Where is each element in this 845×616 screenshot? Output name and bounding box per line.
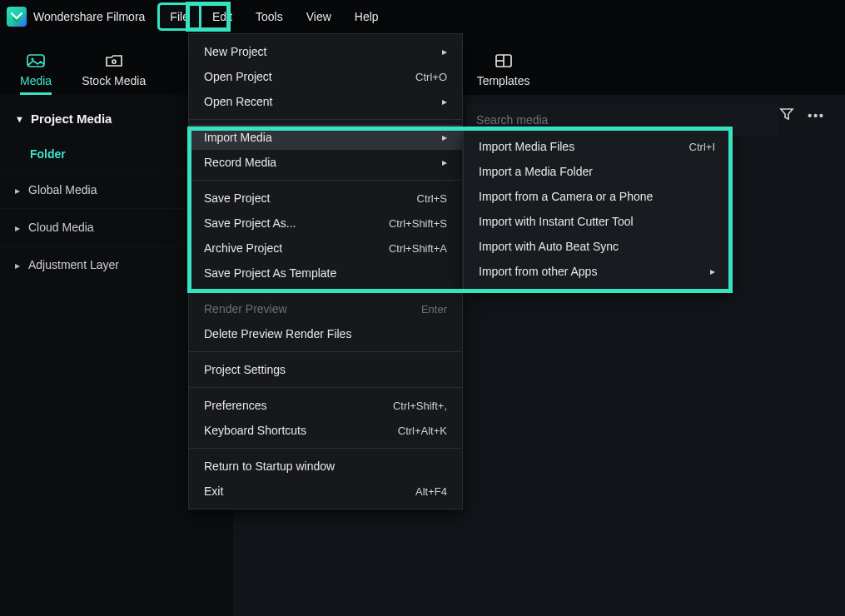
menu-item-label: Exit [204, 484, 223, 498]
menu-edit[interactable]: Edit [202, 5, 242, 28]
menu-item-save-project-as[interactable]: Save Project As...Ctrl+Shift+S [189, 211, 462, 236]
menu-item-save-project-as-template[interactable]: Save Project As Template [189, 261, 462, 286]
menu-item-return-to-startup-window[interactable]: Return to Startup window [189, 454, 462, 479]
titlebar: Wondershare Filmora File Edit Tools View… [0, 0, 845, 33]
menu-shortcut: Ctrl+Shift+A [389, 242, 447, 255]
menu-item-new-project[interactable]: New Project▸ [189, 39, 462, 64]
menu-separator [189, 387, 462, 388]
menu-item-label: Import with Auto Beat Sync [479, 240, 619, 253]
menu-item-open-project[interactable]: Open ProjectCtrl+O [189, 64, 462, 89]
sidebar-section-title: Project Media [31, 112, 112, 126]
menu-shortcut: Ctrl+Shift+S [389, 217, 447, 230]
menu-item-label: Import from other Apps [479, 265, 597, 278]
menu-item-label: Import from a Camera or a Phone [479, 190, 653, 203]
tab-label: Stock Media [82, 74, 146, 87]
menu-item-archive-project[interactable]: Archive ProjectCtrl+Shift+A [189, 236, 462, 261]
cloud-folder-icon [104, 52, 124, 69]
menu-separator [189, 448, 462, 449]
menu-item-save-project[interactable]: Save ProjectCtrl+S [189, 186, 462, 211]
menu-item-label: Keyboard Shortcuts [204, 424, 306, 437]
submenu-item-import-with-instant-cutter-tool[interactable]: Import with Instant Cutter Tool [464, 209, 730, 234]
menu-item-import-media[interactable]: Import Media▸ [189, 125, 462, 150]
menu-shortcut: Ctrl+O [415, 71, 447, 83]
menu-item-label: Project Settings [204, 363, 286, 376]
menu-view[interactable]: View [296, 5, 341, 28]
app-title: Wondershare Filmora [33, 10, 145, 23]
search-input[interactable] [476, 113, 768, 127]
menu-item-label: New Project [204, 45, 266, 58]
submenu-item-import-from-other-apps[interactable]: Import from other Apps▸ [464, 259, 730, 284]
menu-separator [189, 291, 462, 291]
menu-item-label: Preferences [204, 399, 266, 412]
sidebar-item-label: Cloud Media [28, 221, 94, 234]
menu-shortcut: Ctrl+I [689, 141, 715, 153]
menu-item-label: Save Project [204, 191, 270, 205]
submenu-item-import-with-auto-beat-sync[interactable]: Import with Auto Beat Sync [464, 234, 730, 259]
chevron-down-icon: ▼ [15, 114, 24, 124]
tab-stock-media[interactable]: Stock Media [82, 52, 146, 95]
chevron-right-icon: ▸ [442, 156, 447, 168]
menu-shortcut: Alt+F4 [415, 485, 447, 498]
menu-item-label: Record Media [204, 156, 276, 169]
sidebar-item-label: Global Media [28, 183, 97, 196]
menu-item-record-media[interactable]: Record Media▸ [189, 150, 462, 175]
tab-templates[interactable]: Templates [477, 52, 530, 95]
menu-separator [189, 180, 462, 181]
more-icon[interactable]: ••• [808, 109, 825, 122]
chevron-right-icon [15, 183, 20, 196]
menu-shortcut: Ctrl+Alt+K [398, 425, 447, 437]
sidebar-folder-label: Folder [30, 147, 66, 161]
menu-item-open-recent[interactable]: Open Recent▸ [189, 89, 462, 114]
menu-separator [189, 119, 462, 120]
menu-shortcut: Ctrl+Shift+, [393, 400, 447, 412]
svg-point-2 [112, 60, 116, 63]
menu-item-preferences[interactable]: PreferencesCtrl+Shift+, [189, 393, 462, 418]
menu-item-exit[interactable]: ExitAlt+F4 [189, 479, 462, 504]
menu-item-keyboard-shortcuts[interactable]: Keyboard ShortcutsCtrl+Alt+K [189, 418, 462, 443]
tab-label: Templates [477, 74, 530, 87]
menu-item-label: Import a Media Folder [479, 165, 593, 178]
menu-item-label: Return to Startup window [204, 460, 335, 473]
app-logo-icon [7, 7, 27, 27]
svg-rect-0 [27, 55, 44, 67]
file-dropdown: New Project▸Open ProjectCtrl+OOpen Recen… [188, 33, 463, 509]
menu-file[interactable]: File [160, 5, 199, 28]
menu-item-label: Save Project As... [204, 216, 296, 230]
chevron-right-icon: ▸ [442, 46, 447, 57]
menu-shortcut: Enter [421, 303, 447, 315]
menu-item-label: Import Media Files [479, 140, 574, 153]
chevron-right-icon: ▸ [442, 96, 447, 107]
chevron-right-icon [15, 258, 20, 271]
menu-item-project-settings[interactable]: Project Settings [189, 357, 462, 382]
media-icon [26, 52, 46, 69]
menu-item-render-preview: Render PreviewEnter [189, 296, 462, 321]
chevron-right-icon [15, 221, 20, 234]
import-media-submenu: Import Media FilesCtrl+IImport a Media F… [463, 128, 731, 290]
menubar: File Edit Tools View Help [160, 5, 388, 28]
menu-shortcut: Ctrl+S [417, 192, 447, 205]
menu-item-label: Render Preview [204, 302, 287, 315]
submenu-item-import-media-files[interactable]: Import Media FilesCtrl+I [464, 134, 730, 159]
menu-help[interactable]: Help [345, 5, 389, 28]
menu-tools[interactable]: Tools [246, 5, 293, 28]
chevron-right-icon: ▸ [710, 266, 715, 277]
tab-label: Media [20, 74, 52, 87]
submenu-item-import-a-media-folder[interactable]: Import a Media Folder [464, 159, 730, 184]
menu-item-delete-preview-render-files[interactable]: Delete Preview Render Files [189, 321, 462, 346]
menu-item-label: Archive Project [204, 241, 282, 255]
templates-icon [494, 52, 514, 69]
sidebar-item-label: Adjustment Layer [28, 258, 119, 271]
menu-item-label: Open Project [204, 70, 272, 83]
menu-separator [189, 351, 462, 352]
menu-item-label: Delete Preview Render Files [204, 327, 351, 340]
chevron-right-icon: ▸ [442, 132, 447, 143]
menu-item-label: Save Project As Template [204, 266, 336, 280]
menu-item-label: Open Recent [204, 95, 273, 108]
tab-media[interactable]: Media [20, 52, 52, 95]
menu-item-label: Import Media [204, 131, 272, 144]
filter-icon[interactable] [779, 107, 794, 124]
submenu-item-import-from-a-camera-or-a-phone[interactable]: Import from a Camera or a Phone [464, 184, 730, 209]
search-actions: ••• [779, 107, 825, 124]
menu-item-label: Import with Instant Cutter Tool [479, 215, 634, 228]
